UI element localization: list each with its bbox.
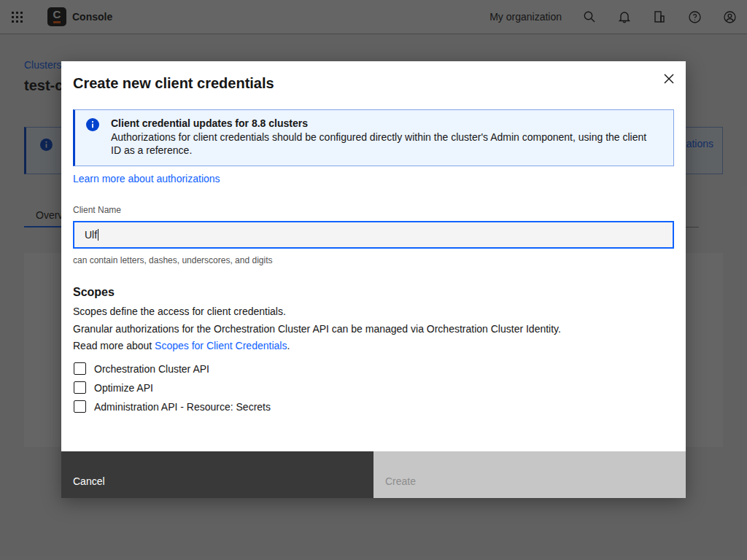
scopes-line-3: Read more about Scopes for Client Creden… <box>73 338 561 355</box>
close-icon <box>664 74 674 84</box>
notification-title: Client credential updates for 8.8 cluste… <box>111 117 308 129</box>
checkbox-administration-api-secrets[interactable]: Administration API - Resource: Secrets <box>74 400 271 413</box>
checkbox-box[interactable] <box>74 381 86 394</box>
modal-footer: Cancel Create <box>61 451 686 498</box>
text-cursor <box>98 229 98 241</box>
notification-body: Authorizations for client credentials sh… <box>111 131 654 157</box>
checkbox-box[interactable] <box>74 362 86 375</box>
scopes-description: Scopes define the access for client cred… <box>73 303 561 355</box>
scopes-heading: Scopes <box>73 286 115 299</box>
cancel-button[interactable]: Cancel <box>61 451 374 498</box>
scopes-line-2: Granular authorizations for the Orchestr… <box>73 321 561 338</box>
checkbox-optimize-api[interactable]: Optimize API <box>74 381 271 394</box>
client-name-input[interactable]: Ulf <box>73 221 674 249</box>
checkbox-label: Optimize API <box>94 382 153 394</box>
client-name-value: Ulf <box>85 229 97 241</box>
info-icon <box>86 118 99 131</box>
client-name-label: Client Name <box>73 205 121 215</box>
create-client-credentials-modal: Create new client credentials Client cre… <box>61 61 686 498</box>
client-name-helper-text: can contain letters, dashes, underscores… <box>73 255 273 265</box>
checkbox-orchestration-cluster-api[interactable]: Orchestration Cluster API <box>74 362 271 375</box>
modal-title: Create new client credentials <box>73 75 274 92</box>
close-button[interactable] <box>657 67 681 90</box>
checkbox-label: Administration API - Resource: Secrets <box>94 401 271 413</box>
checkbox-box[interactable] <box>74 400 86 413</box>
scopes-for-client-credentials-link[interactable]: Scopes for Client Credentials <box>155 340 287 351</box>
checkbox-label: Orchestration Cluster API <box>94 363 209 375</box>
scope-options: Orchestration Cluster API Optimize API A… <box>74 362 271 419</box>
learn-more-authorizations-link[interactable]: Learn more about authorizations <box>73 173 220 184</box>
info-notification: Client credential updates for 8.8 cluste… <box>73 109 674 166</box>
create-button[interactable]: Create <box>374 451 686 498</box>
scopes-line-1: Scopes define the access for client cred… <box>73 303 561 321</box>
